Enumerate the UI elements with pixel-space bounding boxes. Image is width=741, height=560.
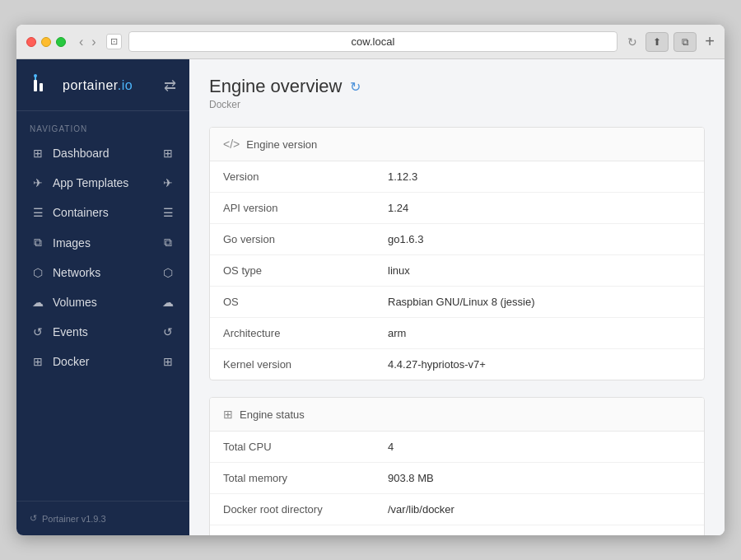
table-row: Total memory 903.8 MB <box>210 463 704 494</box>
refresh-icon[interactable]: ↻ <box>350 79 361 95</box>
table-row: OS Raspbian GNU/Linux 8 (jessie) <box>210 287 704 318</box>
row-value: go1.6.3 <box>375 224 704 255</box>
dashboard-right-icon: ⊞ <box>160 147 176 160</box>
tab-bar: cow.local <box>128 31 618 52</box>
sidebar-label-events: Events <box>53 325 88 338</box>
sidebar-footer: ↺ Portainer v1.9.3 <box>16 501 189 535</box>
app-templates-right-icon: ✈ <box>160 176 176 189</box>
sidebar: portainer.io ⇄ NAVIGATION ⊞ Dashboard ⊞ … <box>16 59 189 535</box>
containers-icon: ☰ <box>30 206 46 219</box>
close-button[interactable] <box>26 37 36 47</box>
traffic-lights <box>26 37 66 47</box>
row-label: OS <box>210 287 375 318</box>
version-section-title: Engine version <box>246 138 317 151</box>
images-right-icon: ⧉ <box>160 236 176 250</box>
svg-rect-1 <box>40 83 43 91</box>
browser-actions: ↻ ⬆ ⧉ + <box>624 32 715 52</box>
code-icon: </> <box>223 138 240 151</box>
containers-right-icon: ☰ <box>160 206 176 219</box>
networks-right-icon: ⬡ <box>160 266 176 279</box>
sidebar-label-networks: Networks <box>53 266 100 279</box>
browser-window: ‹ › ⊡ cow.local ↻ ⬆ ⧉ + <box>16 25 725 535</box>
engine-version-card: </> Engine version Version 1.12.3 API ve… <box>209 127 705 380</box>
events-right-icon: ↺ <box>160 325 176 338</box>
sidebar-item-containers[interactable]: ☰ Containers ☰ <box>16 198 189 227</box>
sidebar-label-containers: Containers <box>53 206 109 219</box>
logo-text: portainer.io <box>63 78 133 93</box>
table-row: Kernel version 4.4.27-hypriotos-v7+ <box>210 349 704 380</box>
images-icon: ⧉ <box>30 236 46 250</box>
table-row: Storage driver overlay <box>210 525 704 536</box>
volumes-icon: ☁ <box>30 296 46 309</box>
events-icon: ↺ <box>30 325 46 338</box>
docker-icon: ⊞ <box>30 355 46 368</box>
version-table: Version 1.12.3 API version 1.24 Go versi… <box>210 161 704 380</box>
row-label: Total CPU <box>210 432 375 463</box>
sidebar-item-events[interactable]: ↺ Events ↺ <box>16 317 189 347</box>
row-value: 4.4.27-hypriotos-v7+ <box>375 349 704 380</box>
maximize-button[interactable] <box>56 37 66 47</box>
svg-rect-0 <box>34 80 37 91</box>
page-title: Engine overview ↻ <box>209 76 705 97</box>
row-value: 903.8 MB <box>375 463 704 494</box>
row-value: arm <box>375 318 704 349</box>
status-section-header: ⊞ Engine status <box>210 398 704 432</box>
row-label: Go version <box>210 224 375 255</box>
sidebar-item-volumes[interactable]: ☁ Volumes ☁ <box>16 287 189 317</box>
row-value: 1.12.3 <box>375 161 704 193</box>
sidebar-item-dashboard[interactable]: ⊞ Dashboard ⊞ <box>16 138 189 168</box>
row-label: Version <box>210 161 375 193</box>
sidebar-label-dashboard: Dashboard <box>53 147 110 160</box>
table-row: API version 1.24 <box>210 193 704 224</box>
sidebar-label-app-templates: App Templates <box>53 176 128 189</box>
sidebar-item-networks[interactable]: ⬡ Networks ⬡ <box>16 258 189 287</box>
table-row: Architecture arm <box>210 318 704 349</box>
sidebar-label-volumes: Volumes <box>53 296 97 309</box>
duplicate-button[interactable]: ⧉ <box>673 32 697 52</box>
portainer-logo-icon <box>30 72 56 99</box>
sidebar-item-docker[interactable]: ⊞ Docker ⊞ <box>16 347 189 376</box>
networks-icon: ⬡ <box>30 266 46 279</box>
minimize-button[interactable] <box>41 37 51 47</box>
row-label: Total memory <box>210 463 375 494</box>
app-body: portainer.io ⇄ NAVIGATION ⊞ Dashboard ⊞ … <box>16 59 725 535</box>
docker-right-icon: ⊞ <box>160 355 176 368</box>
reload-button[interactable]: ↻ <box>624 35 641 49</box>
nav-section-label: NAVIGATION <box>16 111 189 138</box>
browser-chrome: ‹ › ⊡ cow.local ↻ ⬆ ⧉ + <box>16 25 725 59</box>
forward-button[interactable]: › <box>88 34 99 50</box>
sidebar-logo: portainer.io ⇄ <box>16 59 189 111</box>
new-tab-button[interactable]: + <box>705 32 715 51</box>
nav-arrows: ‹ › <box>76 34 100 50</box>
row-label: OS type <box>210 255 375 287</box>
row-value: linux <box>375 255 704 287</box>
address-bar[interactable]: cow.local <box>128 31 618 52</box>
status-section-title: Engine status <box>240 408 305 421</box>
version-section-header: </> Engine version <box>210 128 704 161</box>
sidebar-item-images[interactable]: ⧉ Images ⧉ <box>16 227 189 258</box>
share-button[interactable]: ⬆ <box>645 32 669 52</box>
table-row: Docker root directory /var/lib/docker <box>210 494 704 525</box>
volumes-right-icon: ☁ <box>160 296 176 309</box>
page-subtitle: Docker <box>209 99 705 110</box>
dashboard-icon: ⊞ <box>30 147 46 160</box>
app-templates-icon: ✈ <box>30 176 46 189</box>
nav-items: ⊞ Dashboard ⊞ ✈ App Templates ✈ ☰ Contai <box>16 138 189 376</box>
status-table: Total CPU 4 Total memory 903.8 MB Docker… <box>210 432 704 535</box>
sidebar-switch-icon[interactable]: ⇄ <box>164 77 176 95</box>
sidebar-label-images: Images <box>53 236 91 250</box>
table-row: Version 1.12.3 <box>210 161 704 193</box>
sidebar-item-app-templates[interactable]: ✈ App Templates ✈ <box>16 168 189 198</box>
row-label: Docker root directory <box>210 494 375 525</box>
sidebar-label-docker: Docker <box>53 355 89 368</box>
row-value: /var/lib/docker <box>375 494 704 525</box>
row-label: Storage driver <box>210 525 375 536</box>
back-button[interactable]: ‹ <box>76 34 86 50</box>
row-label: Kernel version <box>210 349 375 380</box>
grid-icon: ⊞ <box>223 408 233 421</box>
portainer-version: Portainer v1.9.3 <box>42 514 106 524</box>
row-value: overlay <box>375 525 704 536</box>
row-value: 4 <box>375 432 704 463</box>
row-value: 1.24 <box>375 193 704 224</box>
table-row: Total CPU 4 <box>210 432 704 463</box>
